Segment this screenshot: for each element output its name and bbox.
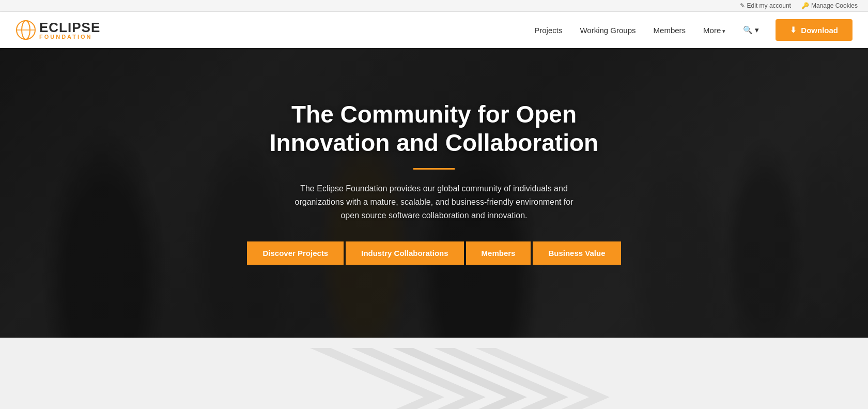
hero-section: The Community for Open Innovation and Co…	[0, 48, 868, 338]
key-icon: 🔑	[801, 2, 809, 9]
eclipse-logo-icon	[16, 20, 36, 40]
search-button[interactable]: 🔍 ▾	[737, 21, 765, 39]
members-button[interactable]: Members	[466, 241, 531, 265]
discover-projects-button[interactable]: Discover Projects	[247, 241, 344, 265]
edit-account-link[interactable]: ✎ Edit my account	[740, 2, 791, 9]
search-dropdown-icon: ▾	[755, 25, 759, 35]
utility-bar: ✎ Edit my account 🔑 Manage Cookies	[0, 0, 868, 12]
hero-buttons: Discover Projects Industry Collaboration…	[247, 241, 621, 265]
search-icon: 🔍	[743, 25, 753, 35]
logo[interactable]: ECLIPSE FOUNDATION	[16, 20, 100, 40]
logo-top: ECLIPSE	[39, 21, 100, 34]
hero-subtitle: The Eclipse Foundation provides our glob…	[289, 182, 579, 223]
nav-projects[interactable]: Projects	[528, 22, 568, 39]
logo-bottom: FOUNDATION	[39, 34, 100, 40]
manage-cookies-label: Manage Cookies	[811, 2, 858, 9]
nav-links: Projects Working Groups Members More 🔍 ▾…	[528, 19, 853, 41]
navbar: ECLIPSE FOUNDATION Projects Working Grou…	[0, 12, 868, 48]
download-button[interactable]: ⬇ Download	[776, 19, 853, 41]
hero-content: The Community for Open Innovation and Co…	[0, 48, 868, 338]
hero-title: The Community for Open Innovation and Co…	[240, 100, 628, 157]
edit-account-label: Edit my account	[747, 2, 791, 9]
business-value-button[interactable]: Business Value	[533, 241, 621, 265]
below-hero-section	[0, 338, 868, 409]
industry-collaborations-button[interactable]: Industry Collaborations	[346, 241, 463, 265]
nav-members[interactable]: Members	[647, 22, 692, 39]
nav-more[interactable]: More	[697, 22, 732, 39]
download-icon: ⬇	[790, 25, 797, 35]
edit-icon: ✎	[740, 2, 745, 9]
manage-cookies-link[interactable]: 🔑 Manage Cookies	[801, 2, 858, 9]
hero-divider	[413, 168, 455, 170]
download-label: Download	[801, 26, 838, 35]
logo-text: ECLIPSE FOUNDATION	[39, 21, 100, 40]
nav-working-groups[interactable]: Working Groups	[574, 22, 642, 39]
chevron-decorations	[0, 338, 868, 409]
